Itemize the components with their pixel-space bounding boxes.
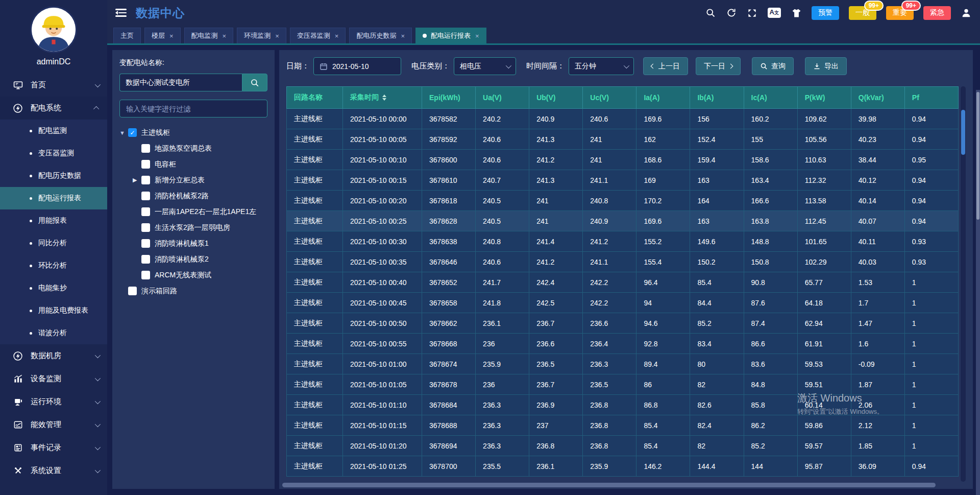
checkbox-unchecked[interactable] xyxy=(141,144,150,153)
export-button[interactable]: 导出 xyxy=(805,57,847,75)
alert-badge-general[interactable]: 一般99+ xyxy=(849,6,876,20)
tree-node-演示箱回路[interactable]: 演示箱回路 xyxy=(119,283,267,299)
checkbox-unchecked[interactable] xyxy=(128,287,137,295)
search-icon[interactable] xyxy=(705,7,716,18)
tree-expand-arrow-icon[interactable]: ▼ xyxy=(119,130,128,136)
theme-shirt-icon[interactable] xyxy=(791,7,802,18)
scrollbar-thumb[interactable] xyxy=(961,110,965,155)
checkbox-unchecked[interactable] xyxy=(141,255,150,264)
sidebar-subitem-配电运行报表[interactable]: 配电运行报表 xyxy=(0,187,107,209)
sidebar-subitem-配电历史数据[interactable]: 配电历史数据 xyxy=(0,164,107,187)
checkbox-unchecked[interactable] xyxy=(141,239,150,248)
table-row[interactable]: 主进线柜2021-05-10 01:003678674235.9236.5236… xyxy=(287,354,959,374)
voltage-type-select[interactable]: 相电压 xyxy=(454,57,516,75)
sidebar-subitem-环比分析[interactable]: 环比分析 xyxy=(0,254,107,277)
date-picker[interactable]: 2021-05-10 xyxy=(313,57,401,75)
sidebar-item-事件记录[interactable]: 事件记录 xyxy=(0,436,107,459)
menu-collapse-icon[interactable] xyxy=(115,9,127,17)
tab-close-icon[interactable]: × xyxy=(475,32,479,40)
tab-close-icon[interactable]: × xyxy=(169,32,174,40)
next-day-button[interactable]: 下一日 xyxy=(696,57,741,75)
sidebar-subitem-电能集抄[interactable]: 电能集抄 xyxy=(0,277,107,299)
alert-badge-urgent[interactable]: 紧急 xyxy=(923,6,951,20)
tab-close-icon[interactable]: × xyxy=(223,32,227,40)
table-row[interactable]: 主进线柜2021-05-10 00:053678592240.6241.3241… xyxy=(287,129,959,150)
tab-close-icon[interactable]: × xyxy=(275,32,279,40)
table-row[interactable]: 主进线柜2021-05-10 00:003678582240.2240.9240… xyxy=(287,109,959,129)
tree-node-生活水泵2路一层弱电房[interactable]: 生活水泵2路一层弱电房 xyxy=(119,220,267,235)
sidebar-subitem-同比分析[interactable]: 同比分析 xyxy=(0,232,107,254)
table-row[interactable]: 主进线柜2021-05-10 00:353678646240.6241.2241… xyxy=(287,252,959,272)
table-row[interactable]: 主进线柜2021-05-10 00:453678658241.8242.5242… xyxy=(287,293,959,313)
window-scrollbar[interactable] xyxy=(976,90,980,495)
sidebar-subitem-用能及电费报表[interactable]: 用能及电费报表 xyxy=(0,299,107,322)
tree-node-地源热泵空调总表[interactable]: 地源热泵空调总表 xyxy=(119,140,267,156)
tab-close-icon[interactable]: × xyxy=(335,32,339,40)
tree-node-新增分立柜总表[interactable]: ▶新增分立柜总表 xyxy=(119,172,267,188)
checkbox-unchecked[interactable] xyxy=(141,223,150,232)
sidebar-item-数据机房[interactable]: 数据机房 xyxy=(0,344,107,367)
tab-配电运行报表[interactable]: 配电运行报表× xyxy=(415,28,486,43)
station-search-input[interactable] xyxy=(119,74,242,91)
table-row[interactable]: 主进线柜2021-05-10 00:503678662236.1236.7236… xyxy=(287,313,959,334)
sidebar-item-能效管理[interactable]: 能效管理 xyxy=(0,413,107,436)
column-header-采集时间[interactable]: 采集时间 xyxy=(343,87,422,109)
table-row[interactable]: 主进线柜2021-05-10 00:553678668236236.6236.4… xyxy=(287,334,959,354)
sidebar-subitem-配电监测[interactable]: 配电监测 xyxy=(0,120,107,142)
table-row[interactable]: 主进线柜2021-05-10 00:253678628240.5241240.9… xyxy=(287,211,959,231)
checkbox-unchecked[interactable] xyxy=(141,160,150,169)
table-row[interactable]: 主进线柜2021-05-10 01:253678700235.5236.1235… xyxy=(287,456,959,477)
fullscreen-icon[interactable] xyxy=(747,7,758,18)
sidebar-item-系统设置[interactable]: 系统设置 xyxy=(0,459,107,482)
query-button[interactable]: 查询 xyxy=(752,57,794,75)
tree-collapse-arrow-icon[interactable]: ▶ xyxy=(133,177,141,183)
checkbox-unchecked[interactable] xyxy=(141,271,150,279)
alert-badge-important[interactable]: 重要99+ xyxy=(886,6,914,20)
table-row[interactable]: 主进线柜2021-05-10 00:403678652241.7242.4242… xyxy=(287,272,959,293)
checkbox-unchecked[interactable] xyxy=(141,207,150,216)
user-icon[interactable] xyxy=(961,7,972,18)
table-row[interactable]: 主进线柜2021-05-10 00:153678610240.7241.3241… xyxy=(287,170,959,191)
sidebar-subitem-变压器监测[interactable]: 变压器监测 xyxy=(0,142,107,164)
prev-day-button[interactable]: 上一日 xyxy=(643,57,688,75)
avatar[interactable] xyxy=(0,0,107,53)
table-row[interactable]: 主进线柜2021-05-10 00:203678618240.5241240.8… xyxy=(287,191,959,211)
checkbox-unchecked[interactable] xyxy=(141,192,150,200)
sidebar-subitem-谐波分析[interactable]: 谐波分析 xyxy=(0,322,107,344)
tab-环境监测[interactable]: 环境监测× xyxy=(237,28,286,43)
refresh-icon[interactable] xyxy=(726,7,737,18)
sidebar-item-首页[interactable]: 首页 xyxy=(0,74,107,97)
tab-楼层[interactable]: 楼层× xyxy=(144,28,181,43)
table-row[interactable]: 主进线柜2021-05-10 00:303678638240.8241.4241… xyxy=(287,231,959,252)
table-row[interactable]: 主进线柜2021-05-10 00:103678600240.6241.2241… xyxy=(287,150,959,170)
table-row[interactable]: 主进线柜2021-05-10 01:103678684236.3236.9236… xyxy=(287,395,959,415)
table-row[interactable]: 主进线柜2021-05-10 01:203678694236.3236.8236… xyxy=(287,436,959,456)
tree-node-消防喷淋机械泵1[interactable]: 消防喷淋机械泵1 xyxy=(119,235,267,251)
sidebar-item-设备监测[interactable]: 设备监测 xyxy=(0,367,107,390)
sidebar-item-运行环境[interactable]: 运行环境 xyxy=(0,390,107,413)
tab-主页[interactable]: 主页 xyxy=(113,28,141,43)
tab-配电历史数据[interactable]: 配电历史数据× xyxy=(349,28,412,43)
table-row[interactable]: 主进线柜2021-05-10 01:153678688236.3237236.8… xyxy=(287,415,959,436)
tree-node-主进线柜[interactable]: ▼✓主进线柜 xyxy=(119,125,267,140)
tab-close-icon[interactable]: × xyxy=(401,32,405,40)
tree-node-一层南1APE2右一层北1APE1左[interactable]: 一层南1APE2右一层北1APE1左 xyxy=(119,204,267,220)
checkbox-checked[interactable]: ✓ xyxy=(128,128,137,137)
scrollbar-thumb[interactable] xyxy=(282,483,936,487)
sidebar-subitem-用能报表[interactable]: 用能报表 xyxy=(0,209,107,232)
tab-变压器监测[interactable]: 变压器监测× xyxy=(290,28,346,43)
alert-badge-warning[interactable]: 预警 xyxy=(812,6,839,20)
scrollbar-thumb[interactable] xyxy=(976,92,979,220)
tree-node-ARCM无线表测试[interactable]: ARCM无线表测试 xyxy=(119,267,267,283)
checkbox-unchecked[interactable] xyxy=(141,176,150,184)
table-vertical-scrollbar[interactable] xyxy=(961,86,966,482)
sort-icon[interactable] xyxy=(382,95,386,101)
table-row[interactable]: 主进线柜2021-05-10 01:053678678236236.7236.5… xyxy=(287,374,959,395)
table-horizontal-scrollbar[interactable] xyxy=(282,483,963,487)
station-search-button[interactable] xyxy=(242,74,267,91)
tree-node-电容柜[interactable]: 电容柜 xyxy=(119,156,267,172)
tree-node-消防栓机械泵2路[interactable]: 消防栓机械泵2路 xyxy=(119,188,267,204)
sidebar-item-配电系统[interactable]: 配电系统 xyxy=(0,97,107,120)
translate-icon[interactable]: A文 xyxy=(768,8,781,18)
tab-配电监测[interactable]: 配电监测× xyxy=(184,28,234,43)
